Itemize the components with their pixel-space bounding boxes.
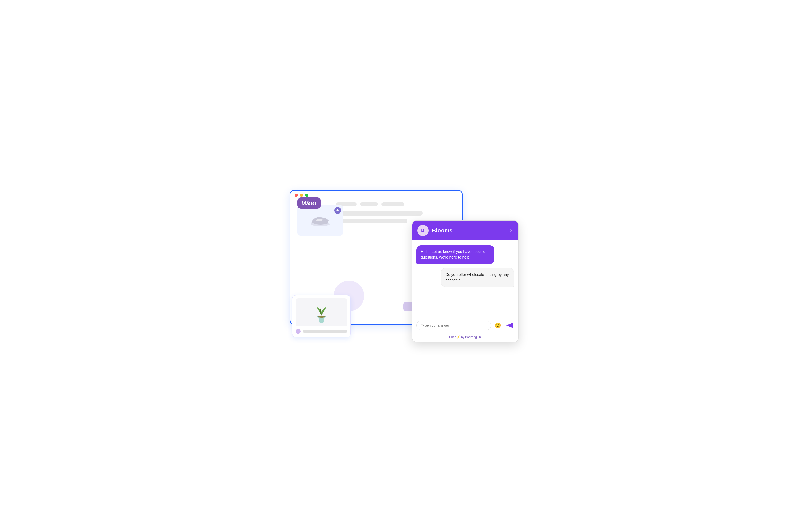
add-product-button[interactable]: + [334, 207, 341, 214]
chat-footer: Chat ⚡ by BotPenguin [412, 333, 518, 342]
user-message: Do you offer wholesale pricing by any ch… [441, 268, 514, 287]
product-name-line [302, 330, 347, 333]
nav-bar-3 [382, 202, 404, 206]
chat-widget: B Blooms × Hello! Let us know if you hav… [412, 221, 518, 342]
bot-name: Blooms [432, 227, 506, 234]
product-avatar [295, 329, 300, 334]
close-button[interactable]: × [510, 228, 513, 233]
woo-logo: Woo [297, 197, 321, 209]
chat-input-area: 🙂 [412, 317, 518, 333]
footer-chat-text: Chat [449, 335, 456, 339]
dot-yellow [300, 194, 303, 197]
floating-product-card [292, 295, 351, 337]
scene: ↗ Woo + [290, 190, 518, 342]
bot-message: Hello! Let us know if you have specific … [416, 245, 494, 264]
send-button[interactable] [505, 321, 514, 330]
nav-bar-2 [360, 202, 378, 206]
send-arrow-icon [506, 322, 513, 328]
footer-by-text: by BotPenguin [461, 335, 481, 339]
sneaker-card: + [297, 205, 343, 238]
woo-badge: Woo [297, 197, 321, 209]
bot-avatar: B [417, 225, 428, 236]
dot-red [294, 194, 298, 197]
chat-body: Hello! Let us know if you have specific … [412, 240, 518, 317]
content-bar-1 [341, 211, 423, 215]
plant-image [295, 299, 347, 326]
dot-green [305, 194, 309, 197]
svg-marker-3 [506, 323, 513, 328]
chat-input[interactable] [416, 321, 491, 330]
plant-svg [313, 301, 330, 324]
emoji-button[interactable]: 🙂 [494, 321, 502, 330]
sneaker-image-area: + [297, 205, 343, 235]
bolt-icon: ⚡ [457, 335, 460, 339]
sneaker-svg [309, 213, 332, 228]
product-info [295, 329, 347, 334]
content-bar-2 [341, 218, 407, 223]
woo-text: Woo [302, 199, 316, 207]
svg-point-2 [318, 316, 325, 318]
chat-header: B Blooms × [412, 221, 518, 240]
